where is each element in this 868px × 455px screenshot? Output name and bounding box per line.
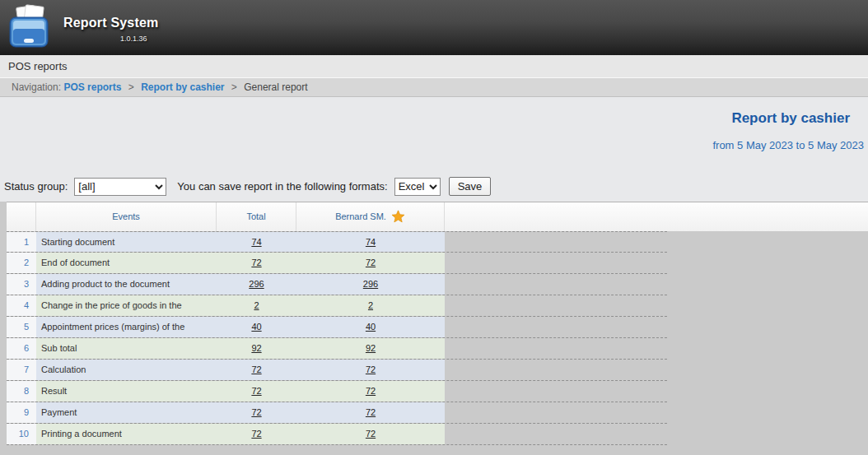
save-format-label: You can save report in the following for… <box>177 180 387 193</box>
cashier-value-link[interactable]: 72 <box>366 407 376 417</box>
row-number: 6 <box>7 338 36 359</box>
table-row: 6 Sub total 92 92 <box>7 338 667 360</box>
row-number: 5 <box>7 317 36 337</box>
table-row: 10 Printing a document 72 72 <box>7 424 667 445</box>
cashier-value-link[interactable]: 2 <box>368 300 373 310</box>
star-icon <box>391 210 405 224</box>
row-filler <box>445 253 667 273</box>
column-header-events: Events <box>36 202 217 231</box>
app-version: 1.0.1.36 <box>120 35 147 43</box>
total-value-link[interactable]: 2 <box>254 300 259 310</box>
breadcrumb: Navigation: POS reports > Report by cash… <box>0 78 868 97</box>
table-row: 7 Calculation 72 72 <box>7 360 667 381</box>
row-filler <box>445 232 667 252</box>
row-number: 1 <box>7 232 36 252</box>
event-name: Appointment prices (margins) of the prod… <box>36 317 217 337</box>
format-select[interactable]: Excel <box>394 178 441 196</box>
report-header-area: Report by cashier from 5 May 2023 to 5 M… <box>0 97 868 202</box>
row-number: 10 <box>7 424 36 444</box>
row-number: 4 <box>7 295 36 316</box>
row-filler <box>445 424 667 444</box>
table-row: 5 Appointment prices (margins) of the pr… <box>7 317 667 338</box>
row-filler <box>445 317 667 337</box>
total-value-link[interactable]: 72 <box>251 429 261 439</box>
table-row: 1 Starting document 74 74 <box>7 231 667 253</box>
breadcrumb-separator: > <box>128 81 134 93</box>
report-date-range: from 5 May 2023 to 5 May 2023 <box>712 139 864 151</box>
event-name: Calculation <box>36 360 217 380</box>
event-name: Printing a document <box>36 424 217 444</box>
table-header-row: Events Total Bernard SM. <box>7 202 868 231</box>
row-filler <box>445 295 667 316</box>
table-body: 1 Starting document 74 74 2 End of docum… <box>7 231 667 445</box>
cashier-name: Bernard SM. <box>335 202 386 231</box>
cashier-value-link[interactable]: 72 <box>366 258 376 267</box>
table-row: 3 Adding product to the document 296 296 <box>7 274 667 295</box>
row-number: 7 <box>7 360 36 380</box>
app-header: Report System 1.0.1.36 <box>0 0 868 55</box>
event-name: Payment <box>36 402 217 423</box>
breadcrumb-link-pos-reports[interactable]: POS reports <box>63 81 121 93</box>
breadcrumb-current-general-report: General report <box>244 81 307 93</box>
report-controls: Status group: [all] You can save report … <box>4 177 491 196</box>
row-number: 3 <box>7 274 36 295</box>
cashier-value-link[interactable]: 74 <box>366 237 376 247</box>
event-name: Change in the price of goods in the docu… <box>36 295 217 316</box>
save-button[interactable]: Save <box>449 177 492 196</box>
event-name: Starting document <box>36 232 217 252</box>
total-value-link[interactable]: 72 <box>251 407 261 417</box>
event-name: End of document <box>36 253 217 273</box>
breadcrumb-link-report-by-cashier[interactable]: Report by cashier <box>141 81 224 93</box>
row-filler <box>445 381 667 402</box>
section-bar-title: POS reports <box>0 55 868 78</box>
row-filler <box>445 274 667 295</box>
breadcrumb-separator: > <box>231 81 237 93</box>
event-name: Adding product to the document <box>36 274 217 295</box>
total-value-link[interactable]: 72 <box>251 386 261 396</box>
row-number: 8 <box>7 381 36 402</box>
total-value-link[interactable]: 40 <box>251 322 261 332</box>
total-value-link[interactable]: 72 <box>251 258 261 267</box>
column-header-cashier: Bernard SM. <box>296 202 445 231</box>
cashier-value-link[interactable]: 72 <box>366 364 376 374</box>
app-title: Report System <box>63 16 159 30</box>
report-table-area: Events Total Bernard SM. 1 Starting docu… <box>0 202 868 455</box>
row-filler <box>445 402 667 423</box>
status-group-label: Status group: <box>4 180 68 193</box>
breadcrumb-label: Navigation: <box>12 81 61 93</box>
table-row: 8 Result 72 72 <box>7 381 667 402</box>
table-row: 9 Payment 72 72 <box>7 402 667 424</box>
row-filler <box>445 360 667 380</box>
row-number: 2 <box>7 253 36 273</box>
cashier-value-link[interactable]: 72 <box>366 386 376 396</box>
event-name: Sub total <box>36 338 217 359</box>
row-number: 9 <box>7 402 36 423</box>
status-group-select[interactable]: [all] <box>74 178 166 196</box>
total-value-link[interactable]: 296 <box>249 279 264 289</box>
cashier-value-link[interactable]: 72 <box>366 429 376 439</box>
cashier-value-link[interactable]: 40 <box>366 322 376 332</box>
column-header-number <box>7 202 36 231</box>
cashier-value-link[interactable]: 296 <box>363 279 378 289</box>
table-row: 4 Change in the price of goods in the do… <box>7 295 667 317</box>
event-name: Result <box>36 381 217 402</box>
table-row: 2 End of document 72 72 <box>7 253 667 274</box>
column-header-total: Total <box>217 202 296 231</box>
total-value-link[interactable]: 72 <box>251 364 261 374</box>
total-value-link[interactable]: 92 <box>251 343 261 353</box>
page-title: Report by cashier <box>731 110 850 127</box>
row-filler <box>445 338 667 359</box>
column-header-filler <box>445 202 868 231</box>
cashier-value-link[interactable]: 92 <box>366 343 376 353</box>
total-value-link[interactable]: 74 <box>251 237 261 247</box>
app-logo-folder-icon <box>7 4 51 50</box>
